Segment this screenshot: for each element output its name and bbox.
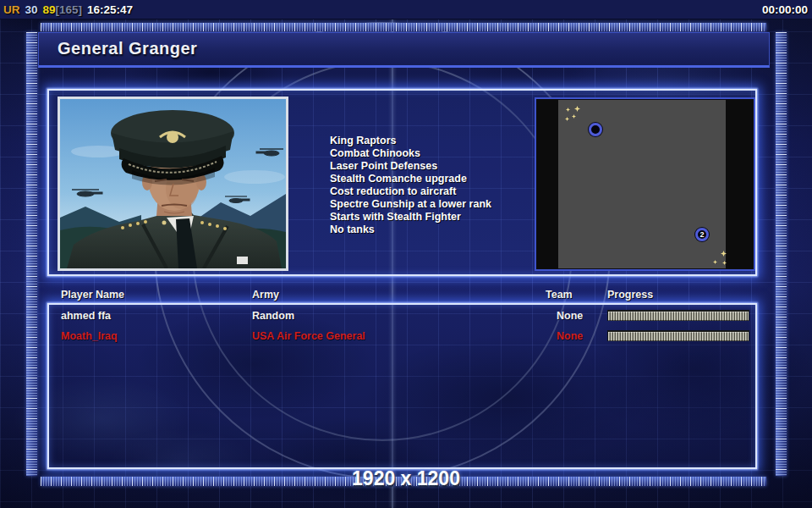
resolution-label: 1920 x 1200 xyxy=(0,467,812,490)
feature-item: Spectre Gunship at a lower rank xyxy=(330,198,529,211)
page-title: General Granger xyxy=(39,33,769,64)
player-name: Moath_Iraq xyxy=(61,330,118,342)
minimap-star-icon xyxy=(566,108,570,112)
minimap-star-icon xyxy=(713,260,717,264)
minimap-right-band xyxy=(726,99,754,269)
minimap-left-band xyxy=(536,99,558,269)
column-header-army: Army xyxy=(252,289,279,301)
column-header-team: Team xyxy=(546,289,573,301)
stat-bracket-value: [165] xyxy=(56,3,83,16)
network-stats: UR 30 89 [165] 16:25:47 xyxy=(0,3,133,16)
stat-value-1: 30 xyxy=(25,3,38,16)
ruler-left xyxy=(26,32,37,476)
minimap-star-icon xyxy=(574,106,580,112)
feature-item: Starts with Stealth Fighter xyxy=(330,211,529,224)
stat-ur: UR xyxy=(3,3,20,16)
loading-progress-fill xyxy=(608,312,749,321)
loading-progress-fill xyxy=(608,332,749,341)
player-army: USA Air Force General xyxy=(252,330,365,342)
feature-item: Cost reduction to aircraft xyxy=(330,185,529,198)
clock-time: 16:25:47 xyxy=(87,3,133,16)
stat-value-2: 89 xyxy=(43,3,56,16)
player-team: None xyxy=(557,330,583,342)
player-row: Moath_Iraq USA Air Force General None xyxy=(49,329,755,345)
match-timer: 00:00:00 xyxy=(762,3,812,16)
minimap: 2 xyxy=(535,97,755,271)
minimap-start-marker-1 xyxy=(589,123,602,136)
column-header-progress: Progress xyxy=(607,289,653,301)
player-table-panel: ahmed ffa Random None Moath_Iraq USA Air… xyxy=(47,303,757,469)
column-header-player-name: Player Name xyxy=(61,289,124,301)
ruler-right xyxy=(776,32,787,476)
portrait-illustration xyxy=(60,99,286,268)
top-status-bar: UR 30 89 [165] 16:25:47 00:00:00 xyxy=(0,0,812,19)
feature-item: Laser Point Defenses xyxy=(330,160,529,173)
loading-progress-bar xyxy=(607,310,749,321)
feature-item: No tanks xyxy=(330,224,529,236)
feature-item: Stealth Comanche upgrade xyxy=(330,173,529,185)
minimap-star-icon xyxy=(565,117,569,121)
player-table-header: Player Name Army Team Progress xyxy=(0,289,812,302)
player-team: None xyxy=(557,310,583,322)
title-bar: General Granger xyxy=(38,32,770,68)
player-army: Random xyxy=(252,310,294,322)
feature-item: Combat Chinooks xyxy=(330,147,529,160)
faction-features-list: King Raptors Combat Chinooks Laser Point… xyxy=(330,135,529,236)
loading-progress-bar xyxy=(607,330,749,341)
general-portrait xyxy=(58,97,288,271)
player-name: ahmed ffa xyxy=(61,310,111,322)
player-row: ahmed ffa Random None xyxy=(49,309,755,324)
minimap-start-marker-2: 2 xyxy=(695,228,709,241)
minimap-star-icon xyxy=(572,114,576,119)
ruler-top xyxy=(41,23,766,31)
feature-item: King Raptors xyxy=(330,135,529,147)
